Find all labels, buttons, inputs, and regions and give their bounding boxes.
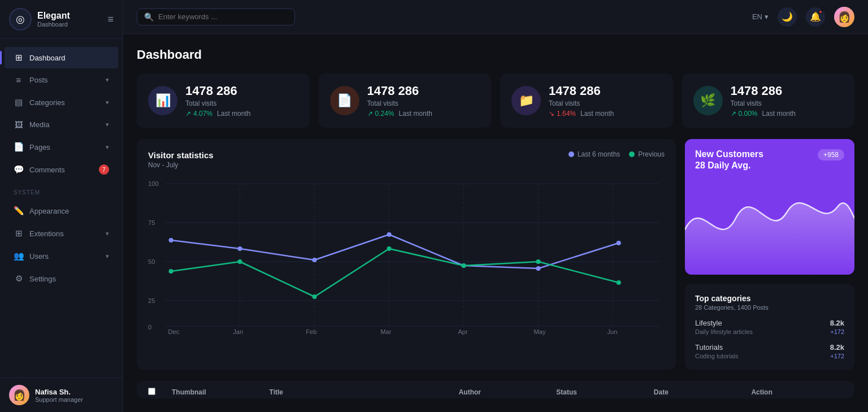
sidebar: ◎ Elegant Dashboard ≡ ⊞ Dashboard ≡ Post… <box>0 0 123 412</box>
category-sub-row-1: Coding tutorials +172 <box>695 353 844 359</box>
chart-area: 100 75 50 25 0 <box>148 178 665 336</box>
stat-label-2: Total visits <box>549 99 614 107</box>
nav-arrow-categories: ▾ <box>106 99 109 106</box>
legend-dot-purple <box>568 151 574 157</box>
stat-icon-3: 🌿 <box>693 86 723 115</box>
nav-label-posts: Posts <box>29 76 100 84</box>
svg-point-31 <box>237 259 242 264</box>
svg-text:100: 100 <box>148 180 159 187</box>
search-bar[interactable]: 🔍 <box>137 8 295 25</box>
nav-arrow-media: ▾ <box>106 121 109 128</box>
topbar: 🔍 EN ▾ 🌙 🔔 👩 <box>123 0 868 34</box>
logo-text: Elegant Dashboard <box>37 11 70 28</box>
nav-badge-comments: 7 <box>99 164 109 175</box>
language-button[interactable]: EN ▾ <box>752 12 769 21</box>
stat-label-0: Total visits <box>185 99 250 107</box>
svg-point-28 <box>536 266 541 271</box>
sidebar-logo: ◎ Elegant Dashboard ≡ <box>0 0 123 39</box>
svg-text:50: 50 <box>148 258 155 265</box>
category-count-1: 8.2k <box>830 343 844 352</box>
nav-label-media: Media <box>29 120 100 129</box>
category-link-0[interactable]: +172 <box>830 328 844 335</box>
theme-toggle-button[interactable]: 🌙 <box>778 7 797 27</box>
nav-arrow-extensions: ▾ <box>106 230 109 237</box>
customers-avg: 28 Daily Avg. <box>695 161 844 171</box>
nav-label-comments: Comments <box>29 166 93 174</box>
sidebar-item-extensions[interactable]: ⊞ Extentions ▾ <box>5 223 118 244</box>
chart-title: Visitor statistics <box>148 150 214 160</box>
stat-change-arrow-0: ↗ <box>185 110 191 118</box>
table-col-action: Action <box>751 388 843 396</box>
nav-label-users: Users <box>29 252 100 261</box>
category-row-1: Tutorials 8.2k <box>695 343 844 352</box>
stat-info-1: 1478 286 Total visits ↗ 0.24% Last month <box>367 84 432 118</box>
nav-icon-posts: ≡ <box>14 75 24 85</box>
right-panel: New Customers 28 Daily Avg. +958 <box>685 139 854 370</box>
category-name-0: Lifestyle <box>695 319 722 327</box>
sidebar-user[interactable]: 👩 Nafisa Sh. Support manager <box>0 378 123 412</box>
chart-legend: Last 6 months Previous <box>568 150 665 158</box>
nav-arrow-pages: ▾ <box>106 144 109 151</box>
nav-arrow-users: ▾ <box>106 253 109 260</box>
new-customers-card: New Customers 28 Daily Avg. +958 <box>685 139 854 275</box>
user-avatar-button[interactable]: 👩 <box>834 7 854 27</box>
notifications-button[interactable]: 🔔 <box>806 7 825 27</box>
svg-text:0: 0 <box>148 324 151 331</box>
page-title: Dashboard <box>137 47 854 62</box>
select-all-checkbox[interactable] <box>148 388 155 395</box>
nav-icon-extensions: ⊞ <box>14 228 24 238</box>
moon-icon: 🌙 <box>782 11 793 22</box>
nav-label-categories: Categories <box>29 98 100 107</box>
svg-point-23 <box>169 238 173 242</box>
svg-text:Jan: Jan <box>233 328 243 335</box>
nav-label-appearance: Appearance <box>29 207 109 215</box>
stat-change-period-0: Last month <box>217 110 250 118</box>
stat-change-value-3: 0.00% <box>739 110 758 118</box>
user-info: Nafisa Sh. Support manager <box>35 388 83 403</box>
svg-point-29 <box>617 241 621 245</box>
stat-change-1: ↗ 0.24% Last month <box>367 110 432 118</box>
content-area: Dashboard 📊 1478 286 Total visits ↗ 4.07… <box>123 34 868 412</box>
visitor-chart-card: Visitor statistics Nov - July Last 6 mon… <box>137 139 676 370</box>
category-item-1: Tutorials 8.2k Coding tutorials +172 <box>695 343 844 359</box>
stat-change-period-3: Last month <box>762 110 796 118</box>
hamburger-button[interactable]: ≡ <box>107 14 114 25</box>
nav-label-dashboard: Dashboard <box>29 54 109 62</box>
sidebar-item-posts[interactable]: ≡ Posts ▾ <box>5 70 118 90</box>
top-categories-card: Top categories 28 Categories, 1400 Posts… <box>685 284 854 370</box>
category-desc-1: Coding tutorials <box>695 353 738 359</box>
stat-icon-0: 📊 <box>148 86 177 115</box>
stat-info-3: 1478 286 Total visits ↗ 0.00% Last month <box>731 84 796 118</box>
stat-number-2: 1478 286 <box>549 84 614 98</box>
stat-change-period-2: Last month <box>580 110 614 118</box>
sidebar-item-appearance[interactable]: ✏️ Appearance <box>5 200 118 222</box>
category-desc-0: Daily lifestyle articles <box>695 328 753 335</box>
category-item-0: Lifestyle 8.2k Daily lifestyle articles … <box>695 319 844 335</box>
category-link-1[interactable]: +172 <box>830 353 844 359</box>
customers-chart <box>685 184 854 275</box>
table-header-checkbox[interactable] <box>148 388 166 397</box>
nav-arrow-posts: ▾ <box>106 76 109 84</box>
nav-icon-categories: ▤ <box>14 97 24 107</box>
sidebar-item-media[interactable]: 🖼 Media ▾ <box>5 114 118 135</box>
sidebar-item-categories[interactable]: ▤ Categories ▾ <box>5 92 118 113</box>
stat-info-2: 1478 286 Total visits ↘ 1.64% Last month <box>549 84 614 118</box>
stat-number-0: 1478 286 <box>185 84 250 98</box>
sidebar-item-comments[interactable]: 💬 Comments 7 <box>5 159 118 180</box>
user-role: Support manager <box>35 396 83 403</box>
sidebar-item-users[interactable]: 👥 Users ▾ <box>5 245 118 267</box>
stat-change-2: ↘ 1.64% Last month <box>549 110 614 118</box>
chart-subtitle: Nov - July <box>148 161 214 169</box>
stat-change-period-1: Last month <box>399 110 432 118</box>
svg-text:75: 75 <box>148 219 155 226</box>
category-name-1: Tutorials <box>695 343 723 352</box>
nav-icon-dashboard: ⊞ <box>14 53 24 63</box>
search-input[interactable] <box>158 12 288 21</box>
sidebar-item-settings[interactable]: ⚙ Settings <box>5 268 118 289</box>
stat-card-0: 📊 1478 286 Total visits ↗ 4.07% Last mon… <box>137 73 310 128</box>
nav-label-pages: Pages <box>29 143 100 151</box>
bottom-section: Visitor statistics Nov - July Last 6 mon… <box>137 139 854 370</box>
sidebar-item-dashboard[interactable]: ⊞ Dashboard <box>5 47 118 68</box>
topbar-right: EN ▾ 🌙 🔔 👩 <box>752 7 854 27</box>
sidebar-item-pages[interactable]: 📄 Pages ▾ <box>5 136 118 158</box>
